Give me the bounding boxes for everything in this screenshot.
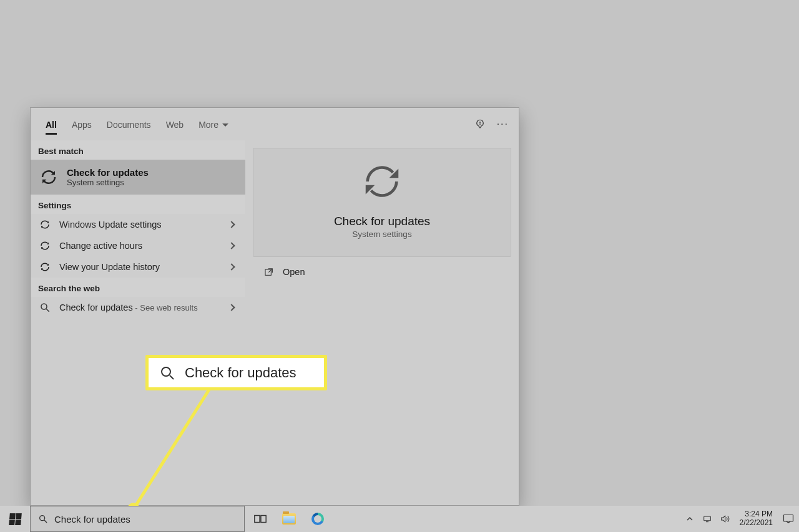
windows-logo-icon xyxy=(9,513,22,525)
settings-item[interactable]: Change active hours xyxy=(31,235,245,256)
svg-line-2 xyxy=(46,309,49,312)
sync-icon xyxy=(39,168,58,186)
section-best-match: Best match xyxy=(31,140,245,160)
svg-rect-11 xyxy=(261,516,266,523)
chevron-right-icon xyxy=(228,242,235,249)
svg-point-0 xyxy=(479,122,481,123)
taskbar-search-box[interactable]: Check for updates xyxy=(30,506,245,532)
svg-line-9 xyxy=(44,520,47,523)
folder-icon xyxy=(282,513,296,525)
feedback-icon[interactable] xyxy=(474,118,486,130)
best-match-subtitle: System settings xyxy=(67,178,149,187)
settings-item[interactable]: View your Update history xyxy=(31,256,245,278)
web-result-suffix: - See web results xyxy=(133,303,198,312)
chevron-right-icon xyxy=(228,263,235,270)
open-label: Open xyxy=(283,267,305,277)
best-match-title: Check for updates xyxy=(67,167,149,178)
tab-web[interactable]: Web xyxy=(159,110,192,138)
result-preview-pane: Check for updates System settings Open xyxy=(245,140,519,505)
chevron-right-icon xyxy=(228,304,235,311)
result-label: View your Update history xyxy=(59,262,220,272)
more-options-button[interactable]: ··· xyxy=(497,118,509,130)
results-list: Best match Check for updates System sett… xyxy=(31,140,245,505)
taskbar-pinned-apps xyxy=(253,512,325,526)
sync-icon xyxy=(360,160,404,203)
section-search-web: Search the web xyxy=(31,278,245,297)
svg-point-8 xyxy=(40,516,45,521)
svg-rect-10 xyxy=(255,516,260,523)
svg-line-7 xyxy=(170,375,174,379)
start-button[interactable] xyxy=(0,506,30,532)
taskbar: Check for updates 3:24 PM 2/22/2021 xyxy=(0,506,799,532)
settings-results: Windows Update settings Change active ho… xyxy=(31,214,245,278)
clock-time: 3:24 PM xyxy=(740,510,773,519)
preview-subtitle: System settings xyxy=(260,230,504,239)
search-icon xyxy=(160,365,175,380)
search-icon xyxy=(39,302,51,313)
open-action[interactable]: Open xyxy=(253,257,511,287)
best-match-result[interactable]: Check for updates System settings xyxy=(31,160,245,195)
system-tray: 3:24 PM 2/22/2021 xyxy=(685,510,799,528)
search-filter-tabs: All Apps Documents Web More ··· xyxy=(31,108,519,140)
preview-card: Check for updates System settings xyxy=(253,148,511,257)
sync-icon xyxy=(39,240,51,251)
search-results-panel: All Apps Documents Web More ··· Best mat… xyxy=(30,107,519,506)
callout-text: Check for updates xyxy=(185,365,297,381)
taskbar-clock[interactable]: 3:24 PM 2/22/2021 xyxy=(737,510,775,528)
edge-browser-button[interactable] xyxy=(311,512,325,526)
clock-date: 2/22/2021 xyxy=(740,519,773,528)
open-icon xyxy=(264,267,274,277)
task-view-button[interactable] xyxy=(253,512,267,526)
tab-more[interactable]: More xyxy=(191,110,236,138)
web-result-label: Check for updates - See web results xyxy=(59,302,220,312)
result-label: Windows Update settings xyxy=(59,220,220,230)
tab-all[interactable]: All xyxy=(38,110,64,138)
web-result-query: Check for updates xyxy=(59,302,133,312)
web-result[interactable]: Check for updates - See web results xyxy=(31,297,245,318)
edge-icon xyxy=(311,513,324,525)
svg-point-1 xyxy=(41,304,47,309)
network-icon[interactable] xyxy=(702,514,712,524)
svg-point-6 xyxy=(162,367,170,376)
sync-icon xyxy=(39,219,51,230)
svg-rect-13 xyxy=(784,515,793,522)
section-settings: Settings xyxy=(31,195,245,214)
result-label: Change active hours xyxy=(59,241,220,251)
search-value: Check for updates xyxy=(54,514,130,525)
tab-apps[interactable]: Apps xyxy=(64,110,99,138)
svg-rect-12 xyxy=(703,516,710,521)
tray-overflow-button[interactable] xyxy=(685,514,695,524)
settings-item[interactable]: Windows Update settings xyxy=(31,214,245,235)
search-callout: Check for updates xyxy=(145,355,327,390)
tab-more-label: More xyxy=(199,120,218,130)
tab-documents[interactable]: Documents xyxy=(99,110,159,138)
volume-icon[interactable] xyxy=(720,514,730,524)
chevron-down-icon xyxy=(222,123,228,130)
action-center-button[interactable] xyxy=(783,514,794,524)
sync-icon xyxy=(39,261,51,273)
file-explorer-button[interactable] xyxy=(282,512,296,526)
chevron-right-icon xyxy=(228,221,235,228)
preview-title: Check for updates xyxy=(260,215,504,228)
search-icon xyxy=(38,514,48,524)
